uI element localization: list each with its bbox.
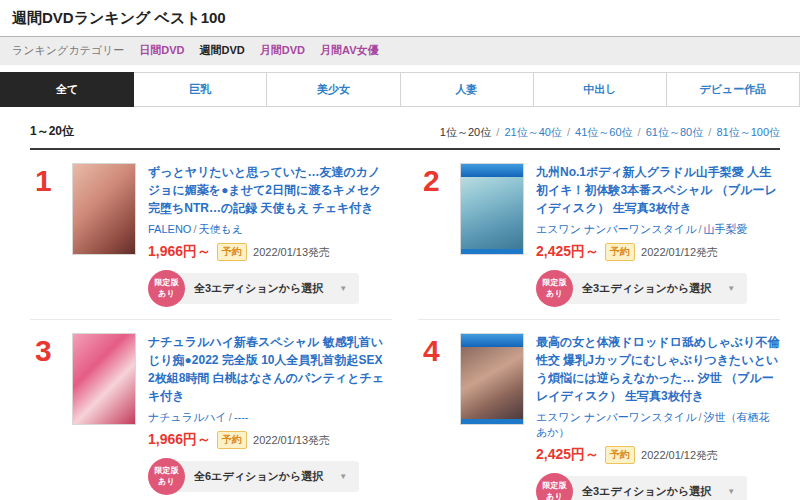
limited-badge-line2: あり	[158, 289, 174, 299]
actress-link[interactable]: 天使もえ	[198, 223, 243, 235]
category-nav: ランキングカテゴリー 日間DVD 週間DVD 月間DVD 月間AV女優	[0, 37, 800, 65]
category-link-weekly[interactable]: 週間DVD	[200, 43, 245, 58]
limited-badge-line1: 限定版	[543, 278, 567, 288]
ranking-item: 2 九州No.1ボディ新人グラドル山手梨愛 人生初イキ！初体験3本番スペシャル …	[418, 163, 780, 307]
actress-link[interactable]: 山手梨愛	[703, 223, 747, 235]
limited-edition-badge: 限定版 あり	[536, 270, 573, 307]
price-line: 2,425円～ 予約 2022/01/12発売	[536, 243, 780, 261]
pagination-link[interactable]: 41位～60位	[575, 126, 632, 138]
maker-line: FALENO/天使もえ	[148, 222, 392, 237]
category-link-monthly-actress[interactable]: 月間AV女優	[320, 43, 378, 58]
limited-badge-line2: あり	[546, 289, 562, 299]
maker-line: エスワン ナンバーワンスタイル/山手梨愛	[536, 222, 780, 237]
limited-badge-line2: あり	[158, 477, 174, 487]
dropdown-caret-icon: ▼	[339, 284, 347, 293]
price-text: 1,966円～	[148, 243, 211, 261]
tab-debut[interactable]: デビュー作品	[667, 72, 800, 107]
ranking-cell: 2 九州No.1ボディ新人グラドル山手梨愛 人生初イキ！初体験3本番スペシャル …	[418, 150, 780, 320]
edition-select-button[interactable]: 全3エディションから選択 ▼	[564, 476, 747, 500]
maker-separator: /	[698, 223, 701, 235]
rank-number: 1	[30, 163, 72, 307]
price-line: 2,425円～ 予約 2022/01/12発売	[536, 446, 780, 464]
ranking-cell: 1 ずっとヤリたいと思っていた…友達のカノジョに媚薬を●ませて2日間に渡るキメセ…	[30, 150, 392, 320]
dropdown-caret-icon: ▼	[727, 487, 735, 496]
price-text: 1,966円～	[148, 431, 211, 449]
maker-line: ナチュラルハイ/----	[148, 410, 392, 425]
pagination-links: 1位～20位 / 21位～40位 / 41位～60位 / 61位～80位 / 8…	[440, 125, 780, 140]
maker-link[interactable]: FALENO	[148, 223, 191, 235]
tab-all[interactable]: 全て	[0, 72, 134, 107]
bluray-cover-thumbnail[interactable]	[460, 163, 524, 255]
rank-number: 2	[418, 163, 460, 307]
category-link-daily[interactable]: 日間DVD	[139, 43, 184, 58]
edition-row: 限定版 あり 全3エディションから選択 ▼	[536, 473, 780, 500]
pagination-link[interactable]: 81位～100位	[716, 126, 780, 138]
tab-married[interactable]: 人妻	[401, 72, 534, 107]
pagination-link[interactable]: 21位～40位	[504, 126, 561, 138]
edition-row: 限定版 あり 全3エディションから選択 ▼	[536, 270, 780, 307]
ranking-item: 3 ナチュラルハイ新春スペシャル 敏感乳首いじり痴●2022 完全版 10人全員…	[30, 333, 392, 495]
edition-select-button[interactable]: 全3エディションから選択 ▼	[564, 273, 747, 304]
ranking-cell: 3 ナチュラルハイ新春スペシャル 敏感乳首いじり痴●2022 完全版 10人全員…	[30, 320, 392, 500]
reserve-badge: 予約	[217, 243, 247, 261]
pagination-separator: /	[638, 126, 641, 138]
ranking-cell: 4 最高の女と体液ドロッドロ舐めしゃぶり不倫性交 爆乳Jカップにむしゃぶりつきた…	[418, 320, 780, 500]
product-title-link[interactable]: ずっとヤリたいと思っていた…友達のカノジョに媚薬を●ませて2日間に渡るキメセク完…	[148, 163, 392, 217]
limited-badge-line2: あり	[546, 492, 562, 500]
category-link-monthly[interactable]: 月間DVD	[260, 43, 305, 58]
maker-link[interactable]: エスワン ナンバーワンスタイル	[536, 411, 696, 423]
price-text: 2,425円～	[536, 446, 599, 464]
category-nav-label: ランキングカテゴリー	[12, 43, 124, 58]
pagination-link[interactable]: 61位～80位	[646, 126, 703, 138]
maker-separator: /	[229, 411, 232, 423]
release-date: 2022/01/12発売	[641, 448, 718, 463]
limited-edition-badge: 限定版 あり	[148, 458, 185, 495]
product-title-link[interactable]: ナチュラルハイ新春スペシャル 敏感乳首いじり痴●2022 完全版 10人全員乳首…	[148, 333, 392, 405]
ranking-list: 1 ずっとヤリたいと思っていた…友達のカノジョに媚薬を●ませて2日間に渡るキメセ…	[30, 150, 780, 500]
price-line: 1,966円～ 予約 2022/01/13発売	[148, 243, 392, 261]
maker-separator: /	[193, 223, 196, 235]
dropdown-caret-icon: ▼	[339, 472, 347, 481]
rank-number: 3	[30, 333, 72, 495]
maker-link[interactable]: ナチュラルハイ	[148, 411, 227, 423]
limited-badge-line1: 限定版	[543, 481, 567, 491]
tab-creampie[interactable]: 中出し	[534, 72, 667, 107]
release-date: 2022/01/12発売	[641, 245, 718, 260]
maker-link[interactable]: エスワン ナンバーワンスタイル	[536, 223, 696, 235]
price-line: 1,966円～ 予約 2022/01/13発売	[148, 431, 392, 449]
limited-badge-line1: 限定版	[155, 278, 179, 288]
pagination-bar: 1～20位 1位～20位 / 21位～40位 / 41位～60位 / 61位～8…	[30, 123, 780, 150]
edition-select-button[interactable]: 全3エディションから選択 ▼	[176, 273, 359, 304]
reserve-badge: 予約	[217, 431, 247, 449]
edition-select-label: 全6エディションから選択	[194, 469, 323, 484]
dropdown-caret-icon: ▼	[727, 284, 735, 293]
ranking-item: 1 ずっとヤリたいと思っていた…友達のカノジョに媚薬を●ませて2日間に渡るキメセ…	[30, 163, 392, 307]
limited-badge-line1: 限定版	[155, 466, 179, 476]
bluray-cover-thumbnail[interactable]	[460, 333, 524, 425]
product-title-link[interactable]: 最高の女と体液ドロッドロ舐めしゃぶり不倫性交 爆乳Jカップにむしゃぶりつきたいと…	[536, 333, 780, 405]
tab-beautiful-girl[interactable]: 美少女	[267, 72, 400, 107]
page-title: 週間DVDランキング ベスト100	[0, 0, 800, 36]
dvd-cover-thumbnail[interactable]	[72, 333, 136, 425]
rank-number: 4	[418, 333, 460, 500]
pagination-separator: /	[567, 126, 570, 138]
tab-busty[interactable]: 巨乳	[134, 72, 267, 107]
edition-row: 限定版 あり 全6エディションから選択 ▼	[148, 458, 392, 495]
pagination-separator: /	[708, 126, 711, 138]
price-text: 2,425円～	[536, 243, 599, 261]
maker-line: エスワン ナンバーワンスタイル/汐世（有栖花あか）	[536, 410, 780, 440]
dvd-cover-thumbnail[interactable]	[72, 163, 136, 255]
actress-link[interactable]: ----	[234, 411, 249, 423]
reserve-badge: 予約	[605, 243, 635, 261]
edition-select-label: 全3エディションから選択	[582, 281, 711, 296]
edition-row: 限定版 あり 全3エディションから選択 ▼	[148, 270, 392, 307]
edition-select-button[interactable]: 全6エディションから選択 ▼	[176, 461, 359, 492]
product-title-link[interactable]: 九州No.1ボディ新人グラドル山手梨愛 人生初イキ！初体験3本番スペシャル （ブ…	[536, 163, 780, 217]
edition-select-label: 全3エディションから選択	[582, 484, 711, 499]
limited-edition-badge: 限定版 あり	[148, 270, 185, 307]
pagination-current: 1位～20位	[440, 126, 491, 138]
ranking-item: 4 最高の女と体液ドロッドロ舐めしゃぶり不倫性交 爆乳Jカップにむしゃぶりつきた…	[418, 333, 780, 500]
current-range-label: 1～20位	[30, 123, 74, 140]
reserve-badge: 予約	[605, 446, 635, 464]
maker-separator: /	[698, 411, 701, 423]
